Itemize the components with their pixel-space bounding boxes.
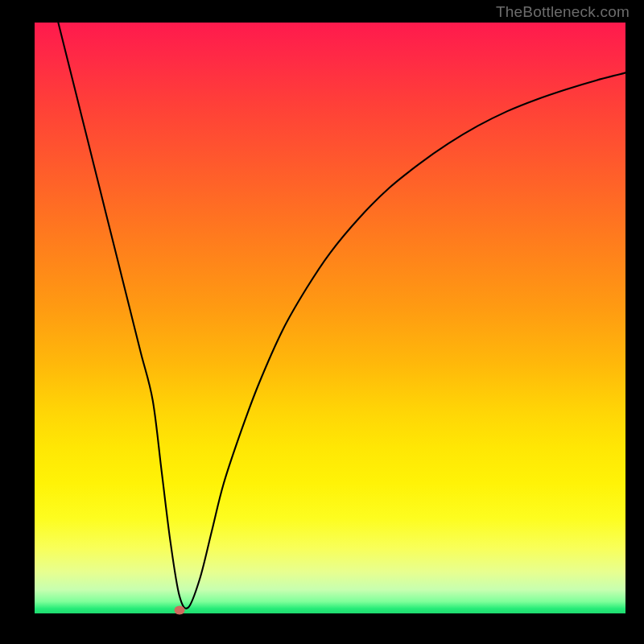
attribution-label: TheBottleneck.com xyxy=(496,3,630,21)
curve-layer xyxy=(35,23,625,613)
bottleneck-curve xyxy=(58,23,625,609)
minimum-marker xyxy=(174,605,184,614)
chart-frame: TheBottleneck.com xyxy=(0,0,644,644)
plot-area xyxy=(35,23,625,613)
